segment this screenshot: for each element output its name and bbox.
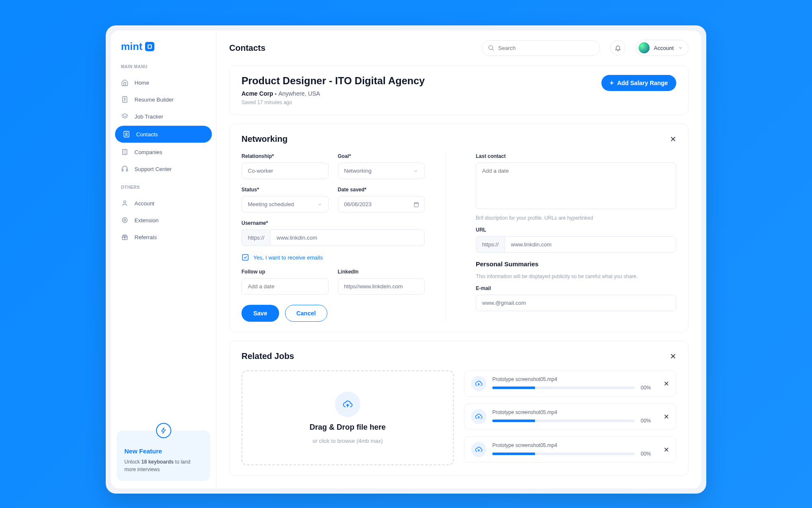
username-input[interactable] xyxy=(270,229,425,246)
followup-input[interactable] xyxy=(241,278,329,295)
topbar: Contacts Account xyxy=(217,30,701,65)
followup-label: Follow up xyxy=(241,269,329,275)
sidebar-item-home[interactable]: Home xyxy=(111,74,216,91)
sidebar-item-job-tracker[interactable]: Job Tracker xyxy=(111,108,216,125)
home-icon xyxy=(121,79,129,86)
upload-list: Prototype screenshot05.mp4 00% ✕ xyxy=(464,370,676,465)
date-saved-input[interactable] xyxy=(338,196,425,213)
sidebar-section-others: OTHERS xyxy=(111,185,216,195)
checkbox-checked-icon xyxy=(241,254,249,261)
search-wrap xyxy=(482,40,600,56)
search-input[interactable] xyxy=(482,40,600,56)
upload-filename: Prototype screenshot05.mp4 xyxy=(492,442,658,448)
last-contact-input[interactable] xyxy=(476,163,676,209)
upload-filename: Prototype screenshot05.mp4 xyxy=(492,376,658,382)
sidebar-item-referrals[interactable]: Referrals xyxy=(111,229,216,246)
svg-rect-4 xyxy=(122,169,123,171)
sidebar-item-contacts[interactable]: Contacts xyxy=(115,126,212,143)
job-header-card: Product Designer - ITO Digital Agency Ac… xyxy=(229,65,689,115)
account-menu[interactable]: Account xyxy=(636,40,689,56)
saved-timestamp: Saved 17 minutes ago xyxy=(241,99,425,105)
new-feature-card: New Feature Unlock 18 keyboards to land … xyxy=(117,431,210,481)
remove-upload-button[interactable]: ✕ xyxy=(664,413,669,421)
upload-percent: 00% xyxy=(641,418,658,424)
sidebar-item-label: Contacts xyxy=(136,131,158,138)
chevron-down-icon xyxy=(413,168,418,174)
sidebar-item-account[interactable]: Account xyxy=(111,195,216,212)
linkedin-label: LinkedIn xyxy=(338,269,425,275)
upload-progress-bar xyxy=(492,453,635,455)
linkedin-input[interactable] xyxy=(338,278,425,295)
add-salary-range-button[interactable]: + Add Salary Range xyxy=(601,75,676,91)
headset-icon xyxy=(121,165,129,173)
url-label: URL xyxy=(476,227,676,233)
svg-point-6 xyxy=(123,201,126,203)
networking-card: Networking ✕ Relationship* Goal* Network… xyxy=(229,124,689,332)
svg-rect-5 xyxy=(126,169,128,171)
sidebar-item-label: Job Tracker xyxy=(134,113,163,120)
sidebar-item-companies[interactable]: Companies xyxy=(111,144,216,160)
file-icon xyxy=(471,442,486,457)
job-subtitle: Acme Corp - Anywhere, USA xyxy=(241,90,425,97)
upload-progress-bar xyxy=(492,420,635,422)
close-icon[interactable]: ✕ xyxy=(670,135,676,144)
url-input[interactable] xyxy=(505,236,676,253)
svg-point-10 xyxy=(489,46,493,50)
chevron-down-icon xyxy=(317,202,322,207)
relationship-label: Relationship* xyxy=(241,153,329,159)
remove-upload-button[interactable]: ✕ xyxy=(664,446,669,454)
sidebar-item-support[interactable]: Support Center xyxy=(111,160,216,177)
document-icon xyxy=(121,96,129,103)
dropzone-subtitle: or click to browse (4mb max) xyxy=(313,438,383,444)
date-saved-label: Date saved* xyxy=(338,187,425,193)
svg-rect-12 xyxy=(242,254,248,260)
goal-select[interactable]: Networking xyxy=(338,163,425,179)
svg-point-8 xyxy=(124,219,126,221)
upload-row: Prototype screenshot05.mp4 00% ✕ xyxy=(464,403,676,430)
building-icon xyxy=(121,148,129,156)
sidebar-item-label: Extension xyxy=(134,217,159,224)
brand-name: mint xyxy=(121,41,143,52)
status-label: Status* xyxy=(241,187,329,193)
save-button[interactable]: Save xyxy=(241,305,279,322)
bell-icon xyxy=(614,44,621,51)
last-contact-label: Last contact xyxy=(476,153,676,159)
plus-icon: + xyxy=(610,80,614,86)
personal-summaries-heading: Personal Summaries xyxy=(476,260,676,268)
cancel-button[interactable]: Cancel xyxy=(285,305,327,322)
file-dropzone[interactable]: Drag & Drop file here or click to browse… xyxy=(241,370,454,465)
job-title: Product Designer - ITO Digital Agency xyxy=(241,75,425,87)
stack-icon xyxy=(121,113,129,120)
sidebar-item-extension[interactable]: Extension xyxy=(111,212,216,229)
notifications-button[interactable] xyxy=(610,40,625,55)
upload-filename: Prototype screenshot05.mp4 xyxy=(492,409,658,415)
chevron-down-icon xyxy=(678,45,683,50)
sidebar: mint MAIN MANU Home Resume Builder Job T… xyxy=(111,30,217,489)
account-label: Account xyxy=(654,45,674,51)
relationship-input[interactable] xyxy=(241,163,329,179)
remove-upload-button[interactable]: ✕ xyxy=(664,380,669,388)
upload-row: Prototype screenshot05.mp4 00% ✕ xyxy=(464,370,676,397)
sidebar-item-label: Companies xyxy=(134,149,162,155)
close-icon[interactable]: ✕ xyxy=(670,352,676,361)
feature-body: Unlock 18 keyboards to land more intervi… xyxy=(124,458,203,473)
email-input[interactable] xyxy=(476,295,676,311)
sidebar-item-label: Referrals xyxy=(134,234,157,240)
description-hint: Brif discription for your profile. URLs … xyxy=(476,215,676,221)
gift-icon xyxy=(121,233,129,241)
svg-point-2 xyxy=(126,133,127,135)
goal-label: Goal* xyxy=(338,153,425,159)
page-title: Contacts xyxy=(229,43,266,53)
logo-mark-icon xyxy=(145,42,154,51)
upload-progress-bar xyxy=(492,387,635,389)
receive-emails-checkbox[interactable]: Yes, I want to receive emails xyxy=(241,254,425,261)
puzzle-icon xyxy=(121,216,129,224)
status-select[interactable]: Meeting scheduled xyxy=(241,196,329,213)
search-icon xyxy=(488,44,494,51)
sidebar-item-label: Account xyxy=(134,200,154,207)
sidebar-section-main: MAIN MANU xyxy=(111,64,216,74)
contacts-icon xyxy=(123,130,130,138)
upload-row: Prototype screenshot05.mp4 00% ✕ xyxy=(464,436,676,463)
sidebar-item-label: Resume Builder xyxy=(134,97,174,103)
sidebar-item-resume-builder[interactable]: Resume Builder xyxy=(111,91,216,108)
